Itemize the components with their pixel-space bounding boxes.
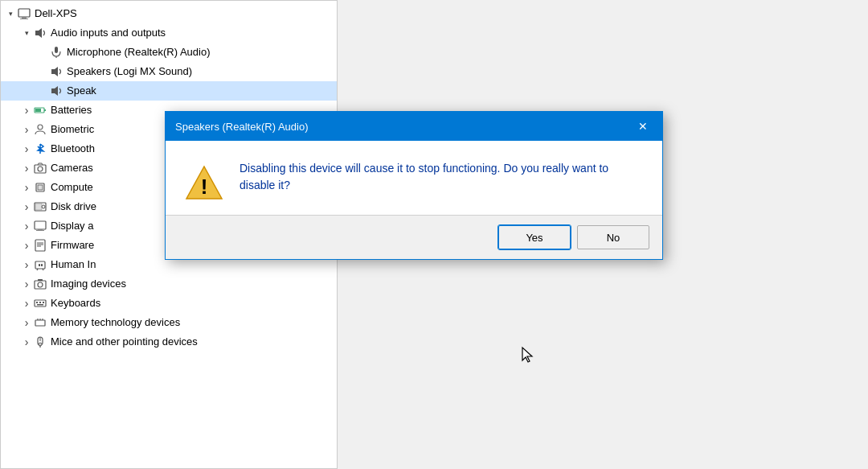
dialog-message: Disabling this device will cause it to s… (240, 160, 643, 194)
dialog-body: ! Disabling this device will cause it to… (166, 141, 662, 215)
yes-button[interactable]: Yes (498, 225, 571, 249)
svg-text:!: ! (201, 175, 208, 199)
dialog-titlebar: Speakers (Realtek(R) Audio) ✕ (166, 112, 662, 141)
dialog-close-button[interactable]: ✕ (633, 118, 653, 134)
warning-icon: ! (185, 163, 223, 202)
dialog-title: Speakers (Realtek(R) Audio) (175, 121, 308, 133)
no-button[interactable]: No (577, 225, 649, 249)
dialog-footer: Yes No (166, 215, 662, 259)
dialog-overlay: Speakers (Realtek(R) Audio) ✕ ! Disablin… (0, 0, 868, 469)
disable-device-dialog: Speakers (Realtek(R) Audio) ✕ ! Disablin… (165, 111, 663, 260)
